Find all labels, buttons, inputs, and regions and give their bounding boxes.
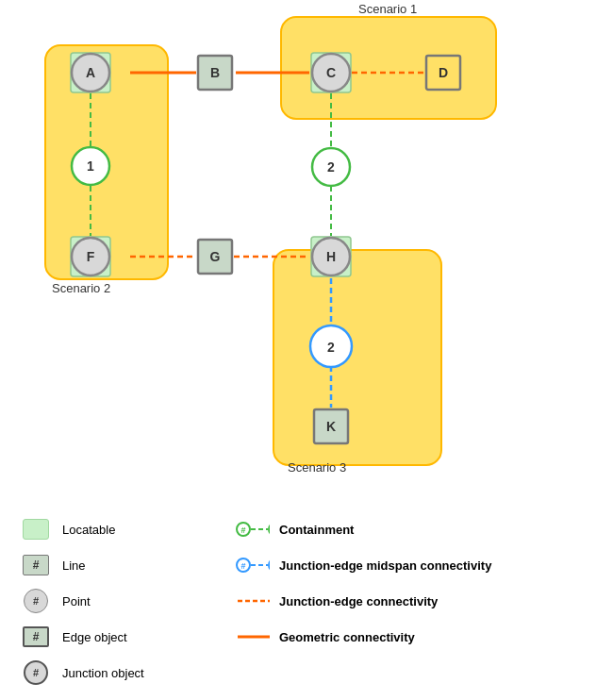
legend-line: # Line — [19, 552, 217, 578]
svg-text:F: F — [87, 249, 95, 264]
svg-rect-4 — [311, 53, 351, 92]
legend-junction-edge-label: Junction-edge connectivity — [279, 594, 438, 608]
legend-containment: # # Containment — [236, 516, 594, 542]
svg-point-25 — [312, 54, 350, 92]
legend-point: # Point — [19, 588, 217, 614]
svg-text:A: A — [86, 65, 95, 80]
line-icon: # — [19, 552, 53, 578]
svg-rect-23 — [198, 56, 232, 90]
svg-rect-2 — [273, 250, 441, 465]
point-icon: # — [19, 588, 53, 614]
legend-area: Locatable # Line # Point # Edge object #… — [0, 505, 613, 700]
svg-text:#: # — [240, 561, 245, 571]
legend-junction: # Junction object — [19, 659, 217, 686]
svg-text:Scenario 2: Scenario 2 — [52, 281, 110, 295]
midspan-line-icon: # # — [236, 552, 270, 578]
legend-locatable-label: Locatable — [62, 523, 115, 537]
svg-rect-3 — [71, 53, 110, 92]
svg-text:B: B — [210, 65, 220, 80]
legend-midspan-label: Junction-edge midspan connectivity — [279, 558, 491, 573]
svg-text:2: 2 — [327, 159, 335, 175]
edge-icon: # — [19, 624, 53, 650]
svg-text:H: H — [326, 249, 336, 264]
containment-line-icon: # # — [236, 516, 270, 542]
junction-icon: # — [19, 659, 53, 686]
svg-text:K: K — [326, 419, 336, 434]
legend-junction-label: Junction object — [62, 666, 144, 680]
svg-text:C: C — [326, 65, 336, 80]
legend-point-label: Point — [62, 594, 91, 608]
locatable-icon — [19, 516, 53, 542]
svg-point-37 — [312, 148, 350, 186]
svg-rect-5 — [71, 237, 110, 276]
svg-text:#: # — [240, 525, 245, 535]
legend-junction-edge: Junction-edge connectivity — [236, 588, 594, 614]
svg-text:1: 1 — [87, 158, 94, 174]
svg-text:Scenario 3: Scenario 3 — [288, 460, 346, 475]
legend-containment-label: Containment — [279, 523, 354, 537]
legend-locatable: Locatable — [19, 516, 217, 542]
svg-rect-33 — [198, 240, 232, 274]
svg-text:Scenario 1: Scenario 1 — [358, 2, 417, 16]
svg-point-21 — [72, 54, 109, 92]
svg-rect-6 — [311, 237, 351, 276]
svg-point-51 — [269, 558, 270, 572]
svg-text:2: 2 — [327, 340, 335, 355]
legend-geometric: Geometric connectivity — [236, 624, 594, 650]
geometric-line-icon — [236, 624, 270, 650]
legend-geometric-label: Geometric connectivity — [279, 630, 415, 644]
svg-text:G: G — [210, 249, 221, 264]
svg-point-31 — [72, 238, 109, 275]
svg-rect-1 — [45, 45, 168, 279]
svg-rect-27 — [426, 56, 460, 90]
junction-edge-line-icon — [236, 588, 270, 614]
svg-point-29 — [72, 147, 109, 185]
svg-rect-0 — [281, 17, 496, 119]
legend-right: # # Containment # # Junction-edge midspa… — [236, 516, 594, 689]
svg-point-46 — [269, 523, 270, 536]
svg-point-39 — [310, 325, 352, 367]
legend-midspan: # # Junction-edge midspan connectivity — [236, 552, 594, 578]
diagram-svg: Scenario 1 Scenario 2 Scenario 3 A B — [0, 0, 613, 500]
legend-edge: # Edge object — [19, 624, 217, 650]
legend-left: Locatable # Line # Point # Edge object #… — [19, 516, 217, 689]
legend-edge-label: Edge object — [62, 630, 127, 644]
svg-text:D: D — [439, 65, 448, 80]
legend-line-label: Line — [62, 558, 86, 573]
svg-point-35 — [312, 238, 350, 275]
diagram-area: Scenario 1 Scenario 2 Scenario 3 A B — [0, 0, 613, 500]
svg-rect-41 — [314, 409, 348, 443]
